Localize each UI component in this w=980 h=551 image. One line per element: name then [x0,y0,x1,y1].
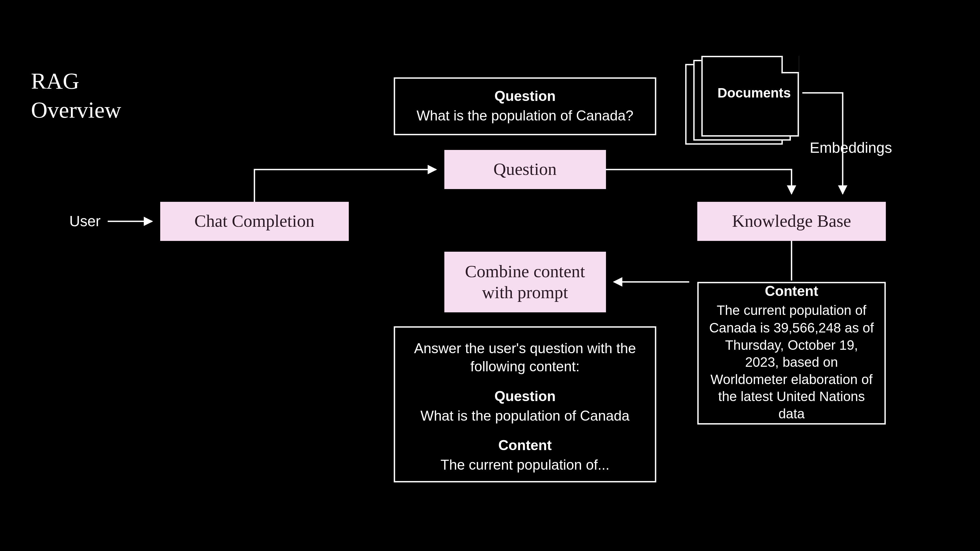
prompt-content-header: Content [498,437,552,453]
title-line-1: RAG [31,67,121,96]
node-combine: Combine content with prompt [444,252,606,312]
prompt-question-header: Question [494,388,555,404]
node-chat-completion: Chat Completion [160,202,349,241]
node-question: Question [444,150,606,189]
embeddings-label: Embeddings [810,139,892,157]
prompt-content-body: The current population of... [441,456,610,474]
user-label: User [69,213,100,230]
node-knowledge-base: Knowledge Base [697,202,886,241]
content-body: The current population of Canada is 39,5… [706,302,876,423]
slide-title: RAG Overview [31,67,121,124]
combine-line-2: with prompt [465,282,585,303]
title-line-2: Overview [31,96,121,124]
content-box: Content The current population of Canada… [697,282,886,425]
combine-line-1: Combine content [465,261,585,282]
node-label: Knowledge Base [725,211,858,232]
content-header: Content [765,283,818,300]
question-header: Question [494,88,555,104]
node-label: Chat Completion [188,211,321,232]
combined-prompt-box: Answer the user's question with the foll… [394,326,657,483]
prompt-intro: Answer the user's question with the foll… [403,340,647,376]
documents-label: Documents [718,85,791,101]
prompt-question-body: What is the population of Canada [420,407,630,425]
question-body: What is the population of Canada? [417,106,633,125]
rag-overview-diagram: RAG Overview User Embeddings Documents C… [0,0,980,551]
question-example-box: Question What is the population of Canad… [394,77,657,135]
node-label: Question [487,159,563,180]
node-label: Combine content with prompt [458,261,592,303]
